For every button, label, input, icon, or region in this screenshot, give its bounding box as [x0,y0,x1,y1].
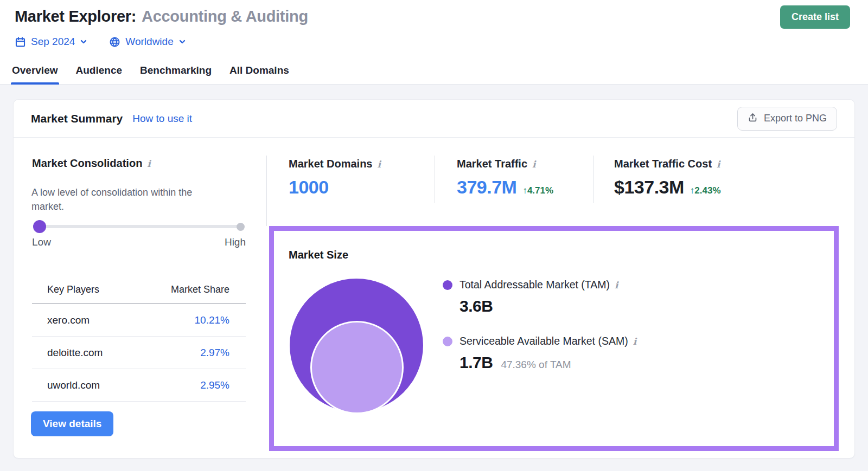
export-to-png-label: Export to PNG [764,113,827,124]
stat-label: Market Domainsi [289,158,381,170]
slider-labels: Low High [32,236,246,248]
stat-change: ↑4.71% [522,185,553,196]
stat-market-domains: Market Domainsi 1000 [289,158,381,198]
tab-bar: Overview Audience Benchmarking All Domai… [11,64,290,84]
key-players-table: Key Players Market Share xero.com 10.21%… [32,276,246,402]
table-row: xero.com 10.21% [32,304,246,337]
market-size-title: Market Size [289,249,348,261]
market-summary-card: Market Summary How to use it Export to P… [13,99,855,459]
info-icon[interactable]: i [147,158,150,169]
info-icon[interactable]: i [615,280,618,291]
table-row: deloitte.com 2.97% [32,337,246,369]
tab-overview[interactable]: Overview [11,64,59,84]
tab-audience[interactable]: Audience [75,64,124,84]
info-icon[interactable]: i [378,159,381,170]
tam-legend-row: Total Addressable Market (TAM) i [443,279,618,291]
tam-value: 3.6B [459,297,493,315]
upload-icon [748,112,758,125]
market-consolidation-description: A low level of consolidation within the … [31,185,222,214]
vertical-divider [266,156,267,226]
export-to-png-button[interactable]: Export to PNG [737,107,837,131]
player-share[interactable]: 2.97% [164,347,246,359]
player-share[interactable]: 2.95% [164,379,246,391]
card-body: Market Consolidationi A low level of con… [14,138,854,458]
player-share[interactable]: 10.21% [164,314,246,326]
stat-value: 379.7M [457,177,516,198]
market-size-panel: Market Size Total Addressable Market (TA… [269,226,839,451]
page-title: Market Explorer:Accounting & Auditing [15,8,308,25]
page-header: Market Explorer:Accounting & Auditing Cr… [0,0,868,85]
stat-change: ↑2.43% [690,185,721,196]
vertical-divider [593,156,593,203]
key-players-header-row: Key Players Market Share [32,276,246,304]
stat-value: 1000 [289,177,329,198]
tab-all-domains[interactable]: All Domains [228,64,290,84]
stat-label: Market Traffici [457,158,553,170]
date-selector-label: Sep 2024 [31,36,75,48]
info-icon[interactable]: i [532,159,535,170]
globe-icon [109,36,120,48]
stat-market-traffic-cost: Market Traffic Costi $137.3M ↑2.43% [614,158,721,198]
stat-label: Market Traffic Costi [614,158,721,170]
tam-legend-label: Total Addressable Market (TAM) [459,279,610,291]
consolidation-slider[interactable] [33,220,245,233]
stat-market-traffic: Market Traffici 379.7M ↑4.71% [457,158,553,198]
sam-share-of-tam: 47.36% of TAM [501,359,571,371]
stat-value: $137.3M [614,177,684,198]
sam-value: 1.7B [459,353,493,372]
page-title-prefix: Market Explorer: [15,8,136,25]
date-selector[interactable]: Sep 2024 [15,36,87,48]
col-header-key-players: Key Players [32,284,164,295]
page-title-market: Accounting & Auditing [142,8,308,25]
info-icon[interactable]: i [633,336,636,347]
calendar-icon [15,36,26,48]
stat-label-text: Market Traffic [457,158,527,170]
chevron-down-icon [178,38,186,46]
stat-label-text: Market Domains [289,158,373,170]
player-domain: deloitte.com [32,347,164,359]
player-domain: xero.com [32,314,164,326]
slider-knob-end [237,223,245,231]
player-domain: uworld.com [32,379,164,391]
market-consolidation-title-text: Market Consolidation [32,157,142,169]
col-header-market-share: Market Share [164,284,246,295]
slider-knob-current[interactable] [33,220,46,233]
slider-low-label: Low [32,236,51,248]
view-details-button[interactable]: View details [31,411,113,436]
create-list-button[interactable]: Create list [780,5,850,29]
info-icon[interactable]: i [717,159,720,170]
region-selector-label: Worldwide [125,36,173,48]
market-consolidation-title: Market Consolidationi [32,157,151,170]
slider-high-label: High [225,236,246,248]
sam-legend-row: Serviceable Available Market (SAM) i [443,335,636,347]
table-row: uworld.com 2.95% [32,369,246,402]
tab-benchmarking[interactable]: Benchmarking [139,64,213,84]
filters-row: Sep 2024 Worldwide [15,36,186,48]
region-selector[interactable]: Worldwide [109,36,186,48]
page-content: Market Summary How to use it Export to P… [0,85,868,471]
vertical-divider [435,156,435,203]
sam-legend-dot [443,337,452,346]
chevron-down-icon [80,38,87,46]
how-to-use-link[interactable]: How to use it [132,113,192,125]
slider-track[interactable] [39,225,241,228]
card-header: Market Summary How to use it Export to P… [14,100,854,138]
sam-circle[interactable] [310,321,404,414]
tam-legend-dot [443,280,452,290]
card-title: Market Summary [31,112,123,125]
sam-legend-label: Serviceable Available Market (SAM) [459,335,628,347]
stat-label-text: Market Traffic Cost [614,158,712,170]
